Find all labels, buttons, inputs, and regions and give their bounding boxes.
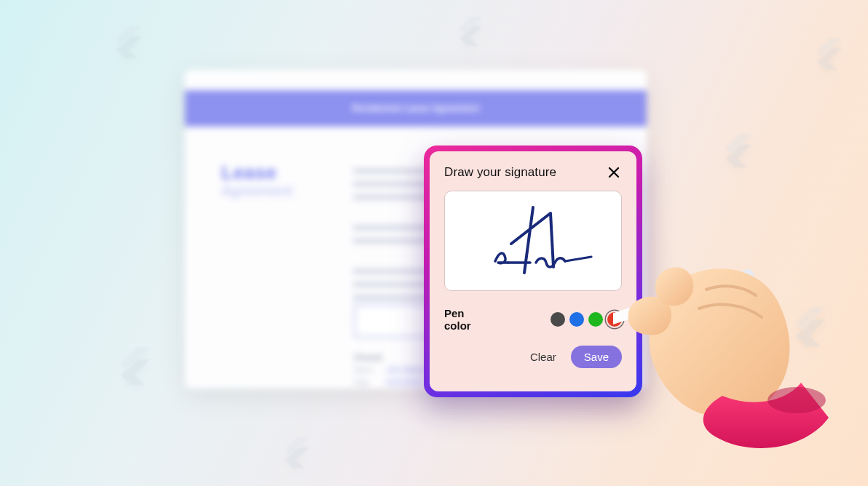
- document-fields-heading: (Tenant): [354, 354, 426, 362]
- signature-dialog: Draw your signature Pencolor: [424, 146, 642, 397]
- pen-color-black[interactable]: [551, 312, 565, 327]
- flutter-logo-icon: [111, 338, 151, 389]
- close-icon: [607, 166, 620, 179]
- pen-color-green[interactable]: [588, 312, 603, 327]
- flutter-logo-icon: [277, 429, 310, 471]
- clear-button[interactable]: Clear: [529, 348, 558, 366]
- close-button[interactable]: [606, 164, 622, 180]
- document-date-value: 01/01/2024: [386, 378, 422, 386]
- flutter-logo-icon: [785, 297, 827, 350]
- document-name-label: Name: [354, 366, 376, 374]
- pen-color-label: Pencolor: [444, 307, 471, 332]
- save-button[interactable]: Save: [571, 346, 622, 368]
- flutter-logo-icon: [108, 17, 143, 61]
- pen-color-swatches: [551, 312, 622, 327]
- signature-canvas[interactable]: [444, 191, 622, 291]
- document-header: Residential Lease Agreement: [185, 90, 647, 127]
- document-header-title: Residential Lease Agreement: [352, 103, 479, 113]
- flutter-logo-icon: [451, 9, 484, 49]
- dialog-title: Draw your signature: [444, 165, 556, 180]
- signature-stroke: [460, 197, 606, 284]
- flutter-logo-icon: [717, 125, 753, 171]
- flutter-logo-icon: [808, 29, 843, 73]
- pen-color-blue[interactable]: [569, 312, 584, 327]
- svg-point-3: [768, 387, 826, 413]
- document-date-label: Date: [354, 378, 376, 386]
- document-name-value: John Adams: [386, 366, 426, 374]
- pen-color-red[interactable]: [607, 312, 622, 327]
